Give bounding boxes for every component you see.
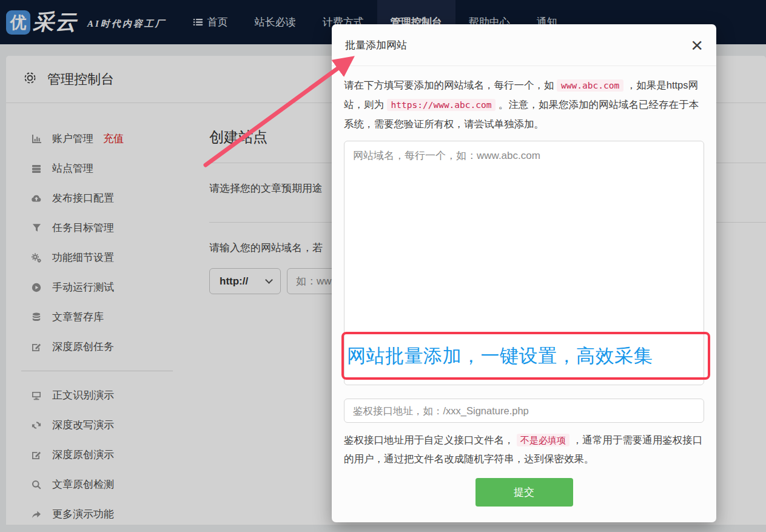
https-example-code: https://www.abc.com [387, 99, 496, 111]
domains-textarea[interactable] [344, 141, 704, 385]
close-icon[interactable]: × [691, 37, 703, 53]
auth-hint-text: 鉴权接口地址用于自定义接口文件名， 不是必填项 ，通常用于需要通用鉴权接口的用户… [344, 431, 704, 468]
modal-title: 批量添加网站 [345, 38, 407, 52]
auth-endpoint-input[interactable] [344, 399, 704, 423]
submit-button[interactable]: 提交 [475, 478, 573, 507]
bulk-add-site-modal: 批量添加网站 × 请在下方填写要添加的网站域名，每行一个，如 www.abc.c… [332, 24, 716, 522]
modal-intro-text: 请在下方填写要添加的网站域名，每行一个，如 www.abc.com ，如果是ht… [344, 76, 704, 133]
domain-example-code: www.abc.com [557, 79, 623, 92]
modal-header: 批量添加网站 × [332, 24, 716, 66]
modal-body: 请在下方填写要添加的网站域名，每行一个，如 www.abc.com ，如果是ht… [332, 66, 716, 507]
optional-badge: 不是必填项 [517, 434, 569, 446]
